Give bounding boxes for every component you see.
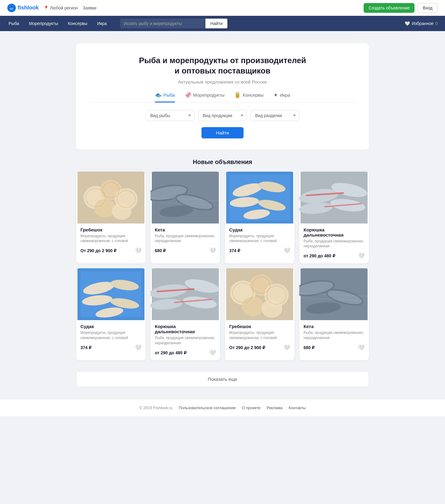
top-bar: 🐟 fishlook 📍 Любой регион Заявки Создать… <box>0 0 445 16</box>
nav-item-canned[interactable]: Консервы <box>67 21 89 26</box>
footer-copyright: © 2019 Fishlook.ru <box>139 406 173 410</box>
card-footer: от 290 до 480 ₽ 🤍 <box>155 349 216 356</box>
listing-card[interactable]: Судак Морепродукты, продукция свежеморож… <box>76 268 146 360</box>
heart-icon: 🤍 <box>405 21 410 26</box>
top-bar-right: Создать объявление Вход <box>364 3 438 13</box>
listing-card[interactable]: Корюшка дальневосточная Рыба, продукция … <box>151 268 220 360</box>
favorites-button[interactable]: 🤍 Избранное 0 <box>405 21 438 26</box>
hero-section: Рыба и морепродукты от производителейи о… <box>76 43 369 149</box>
card-body: Кета Рыба, продукция свежемороженая, нер… <box>151 223 220 259</box>
card-body: Судак Морепродукты, продукция свежеморож… <box>225 223 294 259</box>
show-more-button[interactable]: Показать еще <box>76 371 369 387</box>
footer-link-agreement[interactable]: Пользовательское соглашение <box>179 406 236 410</box>
canned-tab-icon: 🥫 <box>234 92 241 98</box>
hero-subtitle: Актуальные предложения со всей России <box>88 79 357 84</box>
card-body: Судак Морепродукты, продукция свежеморож… <box>76 320 146 355</box>
card-price: от 290 до 480 ₽ <box>155 350 187 355</box>
card-title: Судак <box>229 227 290 232</box>
region-button[interactable]: 📍 Любой регион <box>44 5 78 10</box>
listing-card[interactable]: Кета Рыба, продукция свежемороженая, нер… <box>151 172 220 264</box>
favorite-button[interactable]: 🤍 <box>358 252 365 259</box>
card-image-korushka2 <box>151 268 220 320</box>
card-title: Гребешок <box>80 227 141 232</box>
card-desc: Рыба, продукция свежемороженая, нераздел… <box>304 330 365 341</box>
search-form: Найти <box>120 19 227 28</box>
footer: © 2019 Fishlook.ru Пользовательское согл… <box>0 399 445 416</box>
listing-card[interactable]: Кета Рыба, продукция свежемороженая, нер… <box>299 268 369 360</box>
card-body: Кета Рыба, продукция свежемороженая, нер… <box>299 320 369 355</box>
filter-cut-type[interactable]: Вид разделки <box>251 110 299 121</box>
card-image-sudak <box>225 172 294 223</box>
tab-canned-label: Консервы <box>243 92 263 98</box>
section-title: Новые объявления <box>76 159 369 166</box>
tab-fish-label: Рыба <box>163 92 175 98</box>
find-button[interactable]: Найти <box>201 127 244 138</box>
search-button[interactable]: Найти <box>205 19 227 28</box>
favorite-button[interactable]: 🤍 <box>358 344 365 351</box>
favorite-button[interactable]: 🤍 <box>135 247 141 254</box>
logo[interactable]: 🐟 fishlook <box>7 4 39 12</box>
favorite-button[interactable]: 🤍 <box>209 349 216 356</box>
card-title: Гребешок <box>229 324 290 329</box>
tab-caviar-label: Икра <box>280 92 290 98</box>
listing-card[interactable]: Гребешок Морепродукты, продукция свежемо… <box>225 268 294 360</box>
card-price: 374 ₽ <box>80 345 91 350</box>
caviar-tab-icon: ✦ <box>273 92 278 98</box>
favorite-button[interactable]: 🤍 <box>209 247 216 254</box>
footer-link-ads[interactable]: Реклама <box>267 406 283 410</box>
footer-link-about[interactable]: О проекте <box>242 406 260 410</box>
card-footer: от 290 до 480 ₽ 🤍 <box>304 252 365 259</box>
requests-link[interactable]: Заявки <box>83 5 96 10</box>
card-desc: Морепродукты, продукция свежемороженая, … <box>80 234 141 244</box>
card-image-keta <box>151 172 220 223</box>
favorites-label: Избранное <box>412 21 433 26</box>
listing-card[interactable]: Корюшка дальневосточная Рыба, продукция … <box>299 172 369 264</box>
location-icon: 📍 <box>44 5 49 10</box>
tab-caviar[interactable]: ✦ Икра <box>273 92 290 102</box>
footer-link-contacts[interactable]: Контакты <box>289 406 306 410</box>
search-input[interactable] <box>120 19 205 28</box>
listing-card[interactable]: Гребешок Морепродукты, продукция свежемо… <box>76 172 146 264</box>
card-footer: 680 ₽ 🤍 <box>304 344 365 351</box>
card-price: от 290 до 480 ₽ <box>304 253 335 258</box>
tab-seafood[interactable]: 🦑 Морепродукты <box>185 92 225 102</box>
card-body: Корюшка дальневосточная Рыба, продукция … <box>151 320 220 360</box>
card-title: Кета <box>155 227 216 232</box>
region-label: Любой регион <box>50 5 78 10</box>
hero-tabs: 🐟 Рыба 🦑 Морепродукты 🥫 Консервы ✦ Икра <box>88 92 357 103</box>
favorite-button[interactable]: 🤍 <box>283 344 290 351</box>
cards-grid: Гребешок Морепродукты, продукция свежемо… <box>76 172 369 360</box>
favorite-button[interactable]: 🤍 <box>135 344 141 351</box>
listing-card[interactable]: Судак Морепродукты, продукция свежеморож… <box>225 172 294 264</box>
card-image-korushka <box>299 172 369 223</box>
card-title: Корюшка дальневосточная <box>304 227 365 238</box>
nav-item-fish[interactable]: Рыба <box>7 21 20 26</box>
card-body: Гребешок Морепродукты, продукция свежемо… <box>76 223 146 259</box>
card-desc: Рыба, продукция свежемороженая, нераздел… <box>155 234 216 244</box>
logo-icon: 🐟 <box>7 4 16 12</box>
card-footer: От 290 до 2 900 ₽ 🤍 <box>80 247 141 254</box>
filter-fish-type[interactable]: Вид рыбы <box>146 110 194 121</box>
tab-canned[interactable]: 🥫 Консервы <box>234 92 263 102</box>
tab-fish[interactable]: 🐟 Рыба <box>155 92 175 102</box>
card-title: Корюшка дальневосточная <box>155 324 216 334</box>
hero-title: Рыба и морепродукты от производителейи о… <box>88 55 357 76</box>
seafood-tab-icon: 🦑 <box>185 92 191 98</box>
tab-seafood-label: Морепродукты <box>193 92 225 98</box>
nav-bar: Рыба Морепродукты Консервы Икра Найти 🤍 … <box>0 16 445 31</box>
nav-item-seafood[interactable]: Морепродукты <box>28 21 59 26</box>
card-desc: Морепродукты, продукция свежемороженая, … <box>229 330 290 341</box>
card-footer: 374 ₽ 🤍 <box>80 344 141 351</box>
card-image-keta2 <box>299 268 369 320</box>
show-more-section: Показать еще <box>76 371 369 387</box>
card-price: 374 ₽ <box>229 248 240 253</box>
card-desc: Морепродукты, продукция свежемороженая, … <box>80 330 141 341</box>
fish-tab-icon: 🐟 <box>155 92 162 98</box>
filter-product-type[interactable]: Вид продукции <box>198 110 247 121</box>
nav-item-caviar[interactable]: Икра <box>96 21 108 26</box>
favorite-button[interactable]: 🤍 <box>283 247 290 254</box>
create-listing-button[interactable]: Создать объявление <box>364 3 415 13</box>
card-price: 680 ₽ <box>304 345 315 350</box>
card-footer: 374 ₽ 🤍 <box>229 247 290 254</box>
login-button[interactable]: Вход <box>418 3 438 13</box>
